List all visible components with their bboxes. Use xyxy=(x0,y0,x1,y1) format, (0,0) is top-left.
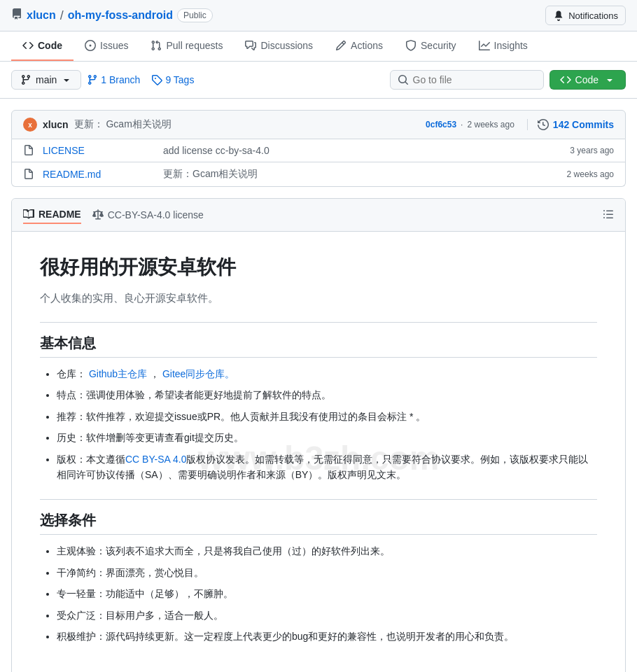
list-item: 仓库： Github主仓库 ， Gitee同步仓库。 xyxy=(57,366,597,382)
readme-section: README CC-BY-SA-4.0 license www.b3zh.com… xyxy=(11,198,626,672)
visibility-badge: Public xyxy=(177,8,213,22)
readme-body: 很好用的开源安卓软件 个人收集的实用、良心开源安卓软件。 基本信息 仓库： Gi… xyxy=(40,254,597,644)
notification-button[interactable]: Notifications xyxy=(545,6,626,25)
readme-section1-title: 基本信息 xyxy=(40,334,597,358)
license-icon xyxy=(92,209,104,220)
commit-author: xlucn xyxy=(43,119,69,130)
readme-section2-list: 主观体验：该列表不追求大而全，只是将我自己使用（过）的好软件列出来。 干净简约：… xyxy=(40,543,597,644)
tab-code-label: Code xyxy=(38,40,62,51)
toc-icon[interactable] xyxy=(603,209,614,222)
repo-link[interactable]: oh-my-foss-android xyxy=(68,9,173,22)
issues-tab-icon xyxy=(85,40,96,51)
commit-action: 更新： Gcam相关说明 xyxy=(74,118,172,131)
owner-link[interactable]: xlucn xyxy=(27,9,56,22)
list-item: 积极维护：源代码持续更新。这一定程度上代表更少的bug和更好的兼容性，也说明开发… xyxy=(57,629,597,644)
tag-icon xyxy=(151,74,162,85)
license-tab[interactable]: CC-BY-SA-4.0 license xyxy=(92,206,204,223)
commits-count-link[interactable]: 142 Commits xyxy=(553,119,614,130)
actions-tab-icon xyxy=(335,40,346,51)
file-name-license[interactable]: LICENSE xyxy=(43,145,155,156)
tag-count-link[interactable]: 9 Tags xyxy=(151,74,194,85)
table-row: LICENSE add license cc-by-sa-4.0 3 years… xyxy=(12,139,625,162)
tag-count-label: 9 Tags xyxy=(165,74,194,85)
list-item: 主观体验：该列表不追求大而全，只是将我自己使用（过）的好软件列出来。 xyxy=(57,543,597,559)
chevron-down-icon xyxy=(61,74,72,85)
tab-pull-requests[interactable]: Pull requests xyxy=(139,31,234,61)
go-to-file-input[interactable] xyxy=(413,74,536,85)
list-item: 推荐：软件推荐，欢迎提交issue或PR。他人贡献并且我没有使用过的条目会标注 … xyxy=(57,409,597,424)
code-chevron-icon xyxy=(604,74,615,85)
file-list: LICENSE add license cc-by-sa-4.0 3 years… xyxy=(11,139,626,187)
commit-time: 2 weeks ago xyxy=(467,120,514,130)
table-row: README.md 更新：Gcam相关说明 2 weeks ago xyxy=(12,162,625,186)
readme-section2-title: 选择条件 xyxy=(40,511,597,535)
author-avatar: x xyxy=(23,118,37,132)
commit-hash-area: 0cf6c53 · 2 weeks ago 142 Commits xyxy=(426,119,614,130)
branch-name: main xyxy=(36,74,57,85)
discussions-tab-icon xyxy=(245,40,256,51)
bell-icon xyxy=(553,10,564,21)
branch-icon xyxy=(20,74,31,85)
tab-insights-label: Insights xyxy=(494,40,528,51)
tab-discussions[interactable]: Discussions xyxy=(234,31,324,61)
tab-issues[interactable]: Issues xyxy=(74,31,139,61)
readme-header: README CC-BY-SA-4.0 license xyxy=(12,199,625,232)
tab-pr-label: Pull requests xyxy=(166,40,223,51)
file-commit-msg-readme: 更新：Gcam相关说明 xyxy=(163,168,559,181)
tab-code[interactable]: Code xyxy=(11,31,74,61)
file-icon-license xyxy=(23,145,34,156)
list-item: 专一轻量：功能适中（足够），不臃肿。 xyxy=(57,586,597,601)
github-link[interactable]: Github主仓库 xyxy=(89,368,147,379)
tab-discussions-label: Discussions xyxy=(260,40,313,51)
readme-tab[interactable]: README xyxy=(23,206,81,224)
tab-insights[interactable]: Insights xyxy=(468,31,539,61)
readme-subtitle: 个人收集的实用、良心开源安卓软件。 xyxy=(40,292,597,305)
branch-selector[interactable]: main xyxy=(11,70,81,90)
security-tab-icon xyxy=(405,40,416,51)
insights-tab-icon xyxy=(479,40,490,51)
readme-section1-list: 仓库： Github主仓库 ， Gitee同步仓库。 特点：强调使用体验，希望读… xyxy=(40,366,597,482)
branch-count-link[interactable]: 1 Branch xyxy=(87,74,140,85)
commit-hash-link[interactable]: 0cf6c53 xyxy=(426,120,456,130)
gitee-link[interactable]: Gitee同步仓库。 xyxy=(162,368,234,379)
tab-security-label: Security xyxy=(421,40,456,51)
list-item: 版权：本文遵循CC BY-SA 4.0版权协议发表。如需转载等，无需征得同意，只… xyxy=(57,451,597,483)
notification-label: Notifications xyxy=(568,10,618,21)
code-tab-icon xyxy=(22,40,34,51)
go-to-file-search[interactable] xyxy=(390,70,544,90)
search-icon xyxy=(398,74,409,85)
code-button-icon xyxy=(560,74,571,85)
commit-time-separator: · xyxy=(461,120,463,130)
file-name-readme[interactable]: README.md xyxy=(43,169,155,180)
tab-issues-label: Issues xyxy=(100,40,128,51)
readme-title: 很好用的开源安卓软件 xyxy=(40,254,597,281)
history-icon xyxy=(538,119,549,130)
file-commit-msg-license: add license cc-by-sa-4.0 xyxy=(163,145,561,156)
list-item: 干净简约：界面漂亮，赏心悦目。 xyxy=(57,565,597,580)
cc-license-link[interactable]: CC BY-SA 4.0 xyxy=(125,454,186,465)
code-button-label: Code xyxy=(575,74,598,85)
branch-count-icon xyxy=(87,74,98,85)
tab-actions-label: Actions xyxy=(351,40,383,51)
tab-actions[interactable]: Actions xyxy=(324,31,394,61)
commits-count: 142 Commits xyxy=(553,119,614,130)
file-icon-readme xyxy=(23,169,34,180)
commit-bar: x xlucn 更新： Gcam相关说明 0cf6c53 · 2 weeks a… xyxy=(11,110,626,139)
branch-count-label: 1 Branch xyxy=(101,74,140,85)
readme-content: www.b3zh.com 很好用的开源安卓软件 个人收集的实用、良心开源安卓软件… xyxy=(12,232,625,672)
path-separator: / xyxy=(60,8,64,23)
list-item: 受众广泛：目标用户多，适合一般人。 xyxy=(57,608,597,623)
readme-tab-label: README xyxy=(38,209,81,220)
tab-security[interactable]: Security xyxy=(394,31,468,61)
book-icon xyxy=(23,209,34,220)
list-item: 特点：强调使用体验，希望读者能更好地提前了解软件的特点。 xyxy=(57,387,597,402)
repo-path: xlucn / oh-my-foss-android Public xyxy=(11,8,213,23)
repo-icon xyxy=(11,8,22,22)
branch-info: 1 Branch 9 Tags xyxy=(87,74,194,85)
code-button[interactable]: Code xyxy=(550,70,626,90)
page-header: xlucn / oh-my-foss-android Public Notifi… xyxy=(0,0,637,31)
list-item: 历史：软件增删等变更请查看git提交历史。 xyxy=(57,430,597,445)
file-time-license: 3 years ago xyxy=(570,146,614,155)
pr-tab-icon xyxy=(150,40,162,51)
license-tab-label: CC-BY-SA-4.0 license xyxy=(108,209,204,220)
